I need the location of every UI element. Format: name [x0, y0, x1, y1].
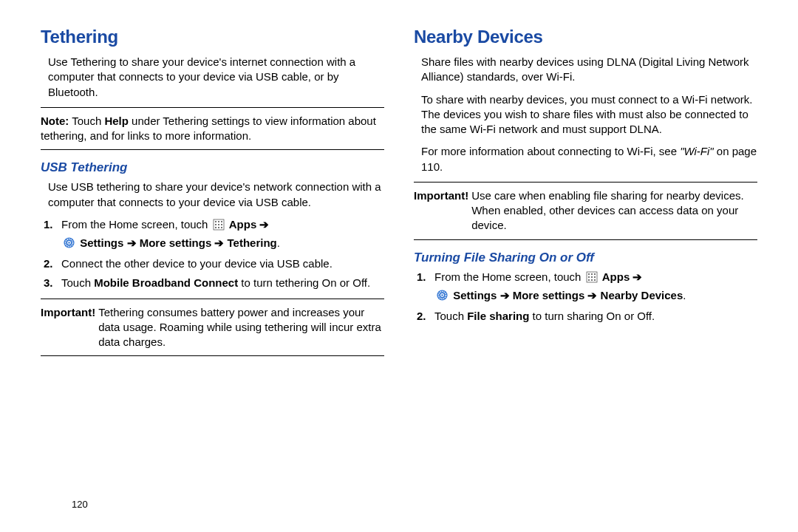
svg-point-16	[591, 273, 593, 275]
arrow-2: ➔	[123, 236, 139, 249]
tethering-label: Tethering	[228, 236, 277, 249]
nearby-p2: To share with nearby devices, you must c…	[414, 92, 757, 137]
more-settings-label: More settings	[513, 289, 585, 301]
note-block: Note: Touch Help under Tethering setting…	[41, 107, 384, 151]
apps-label: Apps	[602, 270, 630, 283]
left-column: Tethering Use Tethering to share your de…	[41, 27, 384, 532]
important-block-right: Important! Use care when enabling file s…	[414, 182, 757, 240]
svg-point-22	[591, 279, 593, 281]
right-column: Nearby Devices Share files with nearby d…	[414, 27, 757, 532]
important-label: Important!	[41, 305, 98, 350]
apps-grid-icon	[586, 271, 598, 283]
fs-step2-a: Touch	[434, 310, 467, 322]
step3-b: to turn tethering On or Off.	[238, 276, 370, 289]
svg-point-21	[588, 279, 590, 281]
settings-label: Settings	[453, 289, 497, 301]
svg-point-3	[221, 221, 222, 222]
heading-tethering: Tethering	[41, 27, 384, 47]
heading-usb-tethering: USB Tethering	[41, 160, 384, 175]
svg-point-2	[218, 221, 219, 222]
manual-page: Tethering Use Tethering to share your de…	[0, 0, 798, 532]
period: .	[277, 236, 280, 249]
step1-text: From the Home screen, touch	[61, 218, 211, 231]
p3-a: For more information about connecting to…	[421, 145, 680, 157]
step-1: From the Home screen, touch Apps ➔ Setti…	[61, 217, 384, 250]
fs-step2-b: to turn sharing On or Off.	[529, 310, 655, 322]
svg-point-19	[591, 276, 593, 278]
note-text-a: Touch	[69, 115, 104, 127]
svg-point-9	[221, 227, 222, 228]
arrow-3: ➔	[211, 236, 227, 249]
period-r: .	[683, 289, 686, 301]
heading-file-sharing: Turning File Sharing On or Off	[414, 250, 757, 265]
settings-label: Settings	[80, 236, 123, 249]
svg-point-4	[215, 224, 216, 225]
svg-point-1	[215, 221, 216, 222]
arrow-r2: ➔	[497, 289, 512, 301]
svg-point-17	[594, 273, 596, 275]
step-2: Connect the other device to your device …	[61, 256, 384, 271]
step-3: Touch Mobile Broadband Connect to turn t…	[61, 276, 384, 290]
important-body: Tethering consumes battery power and inc…	[98, 305, 384, 350]
more-settings-label: More settings	[140, 236, 212, 249]
arrow-r1: ➔	[630, 270, 642, 283]
svg-point-6	[221, 224, 222, 225]
file-sharing-steps: From the Home screen, touch Apps ➔ Setti…	[414, 270, 757, 324]
nearby-intro: Share files with nearby devices using DL…	[414, 55, 757, 85]
fs-step1-text: From the Home screen, touch	[434, 270, 584, 283]
important-block: Important! Tethering consumes battery po…	[41, 299, 384, 357]
settings-gear-icon	[63, 236, 75, 249]
svg-point-7	[215, 227, 216, 228]
tethering-intro: Use Tethering to share your device's int…	[41, 55, 384, 100]
svg-point-18	[588, 276, 590, 278]
svg-point-23	[594, 279, 596, 281]
svg-point-15	[588, 273, 590, 275]
usb-intro: Use USB tethering to share your device's…	[41, 180, 384, 210]
arrow-r3: ➔	[584, 289, 600, 301]
nearby-label: Nearby Devices	[601, 289, 683, 301]
svg-point-8	[218, 227, 219, 228]
apps-label: Apps	[229, 218, 257, 231]
arrow-1: ➔	[256, 218, 269, 231]
note-help-bold: Help	[104, 115, 129, 127]
apps-grid-icon	[213, 219, 225, 231]
important-body-right: Use care when enabling file sharing for …	[471, 188, 757, 233]
p3-ref: "Wi-Fi"	[680, 145, 714, 157]
settings-gear-icon	[436, 289, 449, 301]
svg-point-20	[594, 276, 596, 278]
step3-a: Touch	[61, 276, 94, 289]
fs-step-2: Touch File sharing to turn sharing On or…	[434, 309, 757, 324]
important-label-right: Important!	[414, 188, 471, 233]
fs-step2-bold: File sharing	[467, 310, 529, 322]
step3-bold: Mobile Broadband Connect	[94, 276, 238, 289]
fs-step-1: From the Home screen, touch Apps ➔ Setti…	[434, 270, 757, 303]
svg-point-5	[218, 224, 219, 225]
page-number: 120	[72, 499, 88, 510]
heading-nearby-devices: Nearby Devices	[414, 27, 757, 47]
usb-steps: From the Home screen, touch Apps ➔ Setti…	[41, 217, 384, 291]
svg-point-27	[441, 294, 443, 296]
svg-point-13	[68, 242, 69, 243]
nearby-p3: For more information about connecting to…	[414, 144, 757, 174]
note-label: Note:	[41, 115, 69, 127]
